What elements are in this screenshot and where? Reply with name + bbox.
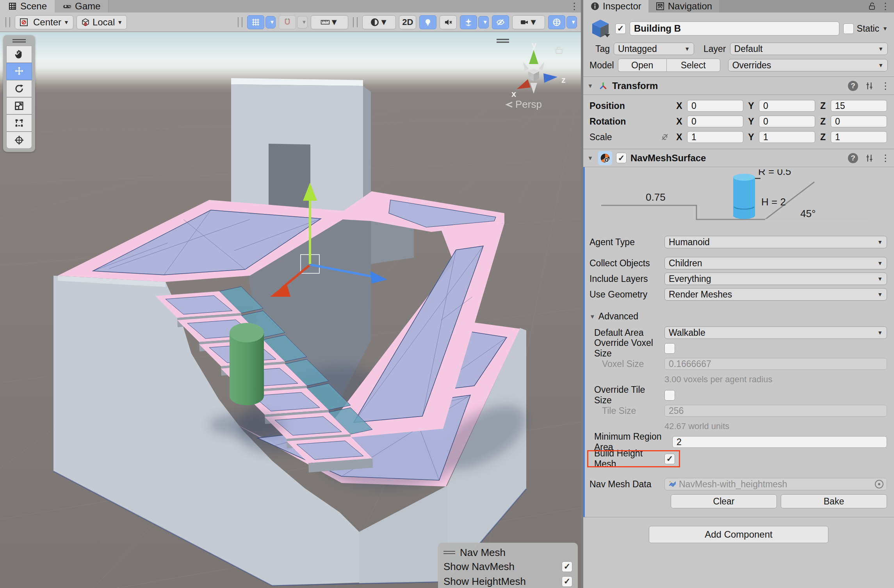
include-layers-dropdown[interactable]: Everything▼ (664, 273, 887, 285)
default-area-dropdown[interactable]: Walkable▼ (664, 326, 887, 339)
help-icon[interactable]: ? (848, 81, 858, 91)
chevron-down-icon: ▼ (529, 17, 538, 27)
scale-z-field[interactable]: 1 (831, 131, 887, 143)
scale-tool[interactable] (6, 97, 32, 114)
gameobject-name-field[interactable]: Building B (630, 21, 839, 36)
tab-game[interactable]: Game (55, 0, 109, 12)
effects-toggle-button[interactable] (460, 15, 477, 29)
tab-scene[interactable]: Scene (0, 0, 55, 12)
view-hand-tool[interactable] (6, 46, 32, 63)
toolbar-drag-handle[interactable] (238, 17, 242, 27)
model-open-button[interactable]: Open (618, 59, 666, 72)
foldout-icon[interactable]: ▼ (586, 82, 594, 89)
bake-button[interactable]: Bake (781, 494, 887, 508)
presets-icon[interactable] (864, 81, 874, 91)
tag-dropdown[interactable]: Untagged▼ (614, 43, 694, 55)
gizmos-options-dropdown[interactable]: ▼ (566, 16, 577, 29)
override-tile-checkbox[interactable] (664, 390, 675, 401)
gizmos-toggle-button[interactable] (548, 15, 565, 29)
tab-inspector[interactable]: Inspector (583, 0, 648, 12)
chevron-down-icon: ▼ (878, 62, 883, 68)
scale-label: Scale (589, 132, 655, 143)
move-tool[interactable] (6, 63, 32, 80)
foldout-icon[interactable]: ▼ (586, 155, 594, 161)
navmeshsurface-header[interactable]: ▼ ✓ NavMeshSurface ? ⋮ (583, 149, 894, 167)
agent-type-dropdown[interactable]: Humanoid▼ (664, 236, 887, 248)
static-checkbox[interactable] (843, 23, 854, 34)
toolbar-drag-handle[interactable] (353, 17, 358, 27)
gameobject-active-checkbox[interactable]: ✓ (615, 23, 626, 34)
transform-header[interactable]: ▼ Transform ? ⋮ (583, 77, 894, 95)
scene-viewport[interactable]: y z x Persp (0, 32, 581, 588)
snap-increment-button[interactable]: ▼ (311, 15, 348, 29)
prefab-icon[interactable] (589, 18, 611, 39)
overrides-dropdown[interactable]: Overrides▼ (728, 59, 888, 71)
lighting-toggle-button[interactable] (419, 15, 436, 29)
use-geometry-dropdown[interactable]: Render Meshes▼ (664, 288, 887, 301)
toolbar-drag-handle[interactable] (5, 17, 10, 27)
link-broken-icon[interactable] (660, 132, 670, 142)
component-menu-icon[interactable]: ⋮ (881, 80, 890, 91)
rect-tool[interactable] (6, 114, 32, 132)
2d-toggle-button[interactable]: 2D (399, 15, 416, 29)
model-select-button[interactable]: Select (666, 59, 720, 72)
transform-tool[interactable] (6, 132, 32, 149)
scene-tabbar: Scene Game ⋮ (0, 0, 581, 12)
advanced-foldout[interactable]: ▼ Advanced (583, 308, 894, 325)
clear-button[interactable]: Clear (671, 494, 777, 508)
add-component-button[interactable]: Add Component (649, 526, 828, 543)
draw-mode-button[interactable]: ▼ (362, 15, 396, 29)
scene-toolbar: Center ▼ Local ▼ ▼ (0, 12, 581, 32)
object-picker-icon[interactable] (875, 480, 883, 488)
collect-objects-dropdown[interactable]: Children▼ (664, 257, 887, 269)
position-y-field[interactable]: 0 (759, 100, 815, 112)
show-navmesh-row: Show NavMesh ✓ (443, 559, 572, 574)
navmeshsurface-title: NavMeshSurface (630, 153, 706, 164)
audio-toggle-button[interactable] (440, 15, 457, 29)
orientation-button[interactable]: Local ▼ (77, 15, 127, 29)
navmesh-overlay-handle[interactable] (443, 551, 455, 554)
rotation-x-field[interactable]: 0 (687, 116, 743, 127)
transform-title: Transform (612, 80, 658, 91)
rotate-tool[interactable] (6, 80, 32, 97)
scale-icon (14, 100, 25, 111)
override-voxel-checkbox[interactable] (664, 343, 675, 354)
show-heightmesh-checkbox[interactable]: ✓ (562, 576, 572, 587)
presets-icon[interactable] (864, 153, 874, 163)
diagram-radius-label: R = 0.5 (758, 169, 791, 177)
layer-dropdown[interactable]: Default▼ (730, 43, 888, 55)
transform-component-icon (598, 81, 608, 91)
navmeshsurface-enabled-checkbox[interactable]: ✓ (616, 153, 627, 163)
inspector-menu-icon[interactable]: ⋮ (881, 1, 890, 12)
navigation-icon (655, 2, 665, 11)
nav-mesh-data-field[interactable]: NavMesh-with_heightmesh (664, 478, 887, 490)
snap-options-dropdown[interactable]: ▼ (297, 16, 308, 29)
min-region-field[interactable]: 2 (672, 436, 887, 448)
grid-options-dropdown[interactable]: ▼ (265, 16, 276, 29)
position-x-field[interactable]: 0 (687, 100, 743, 112)
component-menu-icon[interactable]: ⋮ (881, 153, 890, 164)
camera-options-button[interactable]: ▼ (512, 15, 545, 29)
scale-y-field[interactable]: 1 (759, 131, 815, 143)
tab-navigation[interactable]: Navigation (648, 0, 719, 12)
effects-options-dropdown[interactable]: ▼ (478, 16, 489, 29)
scene-visibility-button[interactable] (492, 15, 509, 29)
show-heightmesh-label: Show HeightMesh (443, 576, 526, 588)
show-navmesh-checkbox[interactable]: ✓ (562, 561, 572, 572)
position-z-field[interactable]: 15 (831, 100, 887, 112)
nav-mesh-data-label: Nav Mesh Data (589, 479, 664, 490)
help-icon[interactable]: ? (848, 153, 858, 163)
gamepad-icon (62, 2, 72, 11)
rotation-z-field[interactable]: 0 (831, 116, 887, 127)
scale-x-field[interactable]: 1 (687, 131, 743, 143)
lock-icon[interactable] (867, 2, 877, 11)
override-voxel-label: Override Voxel Size (594, 338, 664, 359)
pivot-mode-button[interactable]: Center ▼ (15, 15, 73, 29)
include-layers-row: Include Layers Everything▼ (583, 271, 894, 287)
tools-overlay-handle[interactable] (12, 39, 26, 43)
snap-button[interactable] (279, 15, 296, 29)
rotation-y-field[interactable]: 0 (759, 116, 815, 127)
scene-tab-menu-icon[interactable]: ⋮ (568, 0, 581, 12)
static-dropdown-icon[interactable]: ▼ (882, 25, 888, 32)
grid-visibility-button[interactable] (247, 15, 264, 29)
